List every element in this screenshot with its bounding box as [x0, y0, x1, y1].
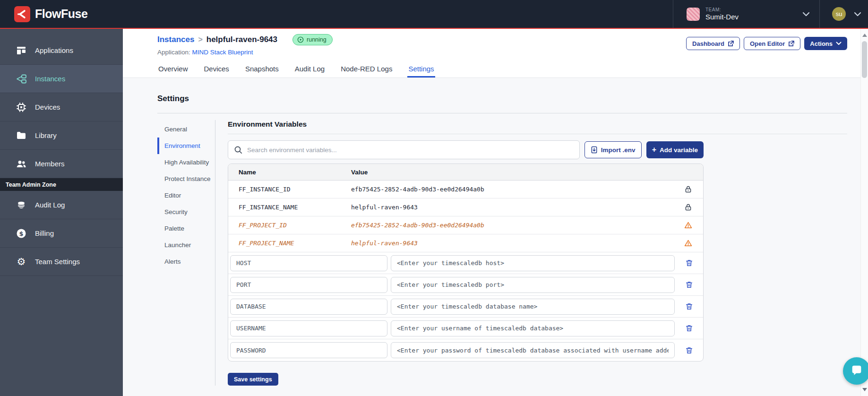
- subnav-launcher[interactable]: Launcher: [157, 237, 215, 253]
- application-link[interactable]: MIND Stack Blueprint: [192, 49, 253, 56]
- sidebar-item-label: Applications: [35, 46, 73, 54]
- env-value-input[interactable]: [391, 320, 675, 336]
- chevron-down-icon: [802, 12, 810, 17]
- env-name-input[interactable]: [230, 320, 387, 336]
- scroll-up-arrow-icon[interactable]: [862, 34, 867, 37]
- subnav-palette[interactable]: Palette: [157, 220, 215, 237]
- sidebar-item-label: Team Settings: [35, 258, 80, 266]
- sidebar-item-library[interactable]: Library: [0, 121, 123, 150]
- env-name-input[interactable]: [230, 299, 387, 315]
- subnav-environment[interactable]: Environment: [157, 138, 215, 154]
- user-avatar: su: [832, 7, 846, 21]
- sidebar-item-label: Instances: [35, 75, 65, 83]
- add-variable-label: Add variable: [660, 146, 698, 154]
- save-settings-button[interactable]: Save settings: [228, 373, 278, 386]
- instance-header: Instances > helpful-raven-9643 running A…: [123, 29, 860, 78]
- import-env-button[interactable]: Import .env: [584, 141, 642, 158]
- table-row-editable: [228, 296, 703, 318]
- env-value-input[interactable]: [391, 342, 675, 358]
- sidebar-item-audit-log[interactable]: Audit Log: [0, 191, 123, 219]
- subnav-security[interactable]: Security: [157, 204, 215, 220]
- env-var-name: FF_PROJECT_ID: [228, 222, 351, 229]
- open-editor-button-label: Open Editor: [750, 40, 785, 47]
- env-var-name: FF_INSTANCE_NAME: [228, 204, 351, 211]
- subnav-editor[interactable]: Editor: [157, 187, 215, 204]
- dashboard-button[interactable]: Dashboard: [686, 37, 740, 50]
- table-row-editable: [228, 318, 703, 339]
- flowfuse-mark-icon: [17, 9, 28, 20]
- env-name-input[interactable]: [230, 255, 387, 271]
- env-variables-table: Name Value FF_INSTANCE_ID efb75425-2852-…: [228, 164, 704, 362]
- env-var-name: FF_INSTANCE_ID: [228, 186, 351, 193]
- add-variable-button[interactable]: + Add variable: [646, 141, 704, 158]
- page-title: Settings: [157, 94, 847, 113]
- delete-variable-button[interactable]: [684, 280, 694, 290]
- search-input[interactable]: [247, 146, 574, 154]
- chat-bubble-icon: [850, 364, 863, 378]
- column-header-value: Value: [351, 169, 673, 176]
- env-var-value: helpful-raven-9643: [351, 204, 673, 211]
- dashboard-button-label: Dashboard: [692, 40, 724, 47]
- trash-icon: [685, 302, 693, 310]
- warning-icon: [684, 239, 692, 247]
- env-value-input[interactable]: [391, 299, 675, 315]
- sidebar-item-billing[interactable]: $ Billing: [0, 219, 123, 248]
- env-name-input[interactable]: [230, 342, 387, 358]
- env-var-value: helpful-raven-9643: [351, 240, 673, 247]
- tab-audit-log[interactable]: Audit Log: [294, 65, 326, 77]
- search-box: [228, 140, 580, 159]
- chevron-down-icon: [854, 12, 861, 17]
- env-var-value: efb75425-2852-4adb-90d3-ee0d26494a0b: [351, 222, 673, 229]
- sidebar-item-team-settings[interactable]: ⚙ Team Settings: [0, 248, 123, 276]
- delete-variable-button[interactable]: [684, 345, 694, 355]
- sidebar-item-members[interactable]: Members: [0, 150, 123, 178]
- external-link-icon: [728, 41, 734, 47]
- sidebar-item-label: Members: [35, 160, 65, 168]
- delete-variable-button[interactable]: [684, 323, 694, 333]
- sidebar-item-applications[interactable]: Applications: [0, 36, 123, 65]
- actions-button[interactable]: Actions: [804, 37, 847, 50]
- scroll-down-arrow-icon[interactable]: [862, 388, 867, 391]
- env-value-input[interactable]: [391, 255, 675, 271]
- trash-icon: [685, 259, 693, 267]
- env-value-input[interactable]: [391, 277, 675, 293]
- subnav-high-availability[interactable]: High Availability: [157, 154, 215, 171]
- settings-subnav: General Environment High Availability Pr…: [157, 120, 215, 386]
- delete-variable-button[interactable]: [684, 258, 694, 268]
- column-header-name: Name: [228, 169, 351, 176]
- tab-snapshots[interactable]: Snapshots: [244, 65, 280, 77]
- dollar-icon: $: [16, 228, 27, 239]
- subnav-protect-instance[interactable]: Protect Instance: [157, 171, 215, 187]
- trash-icon: [685, 346, 693, 354]
- vertical-scrollbar[interactable]: [860, 29, 868, 396]
- import-file-icon: [591, 146, 598, 154]
- tab-settings[interactable]: Settings: [407, 65, 435, 77]
- breadcrumb-separator: >: [198, 35, 202, 44]
- sidebar-item-instances[interactable]: Instances: [0, 65, 123, 93]
- env-name-input[interactable]: [230, 277, 387, 293]
- delete-variable-button[interactable]: [684, 301, 694, 311]
- scrollbar-thumb[interactable]: [862, 41, 867, 78]
- sidebar-item-devices[interactable]: Devices: [0, 93, 123, 121]
- sidebar-item-label: Library: [35, 131, 57, 139]
- lock-icon: [684, 185, 692, 193]
- team-selector[interactable]: TEAM: Sumit-Dev: [673, 0, 819, 28]
- chat-widget-button[interactable]: [843, 357, 868, 385]
- subnav-alerts[interactable]: Alerts: [157, 253, 215, 270]
- user-menu[interactable]: su: [819, 0, 868, 28]
- sidebar-item-label: Devices: [35, 103, 60, 111]
- open-editor-button[interactable]: Open Editor: [744, 37, 800, 50]
- status-text: running: [307, 36, 327, 43]
- chip-icon: [16, 102, 27, 113]
- tab-devices[interactable]: Devices: [203, 65, 230, 77]
- env-var-name: FF_PROJECT_NAME: [228, 240, 351, 247]
- subnav-general[interactable]: General: [157, 121, 215, 138]
- tab-node-red-logs[interactable]: Node-RED Logs: [340, 65, 393, 77]
- application-label: Application:: [157, 49, 190, 56]
- table-row: FF_INSTANCE_ID efb75425-2852-4adb-90d3-e…: [228, 181, 703, 198]
- tab-overview[interactable]: Overview: [157, 65, 189, 77]
- section-title: Environment Variables: [228, 120, 847, 134]
- table-header: Name Value: [228, 164, 703, 181]
- breadcrumb-instances-link[interactable]: Instances: [157, 35, 194, 44]
- brand-logo[interactable]: FlowFuse: [0, 6, 87, 22]
